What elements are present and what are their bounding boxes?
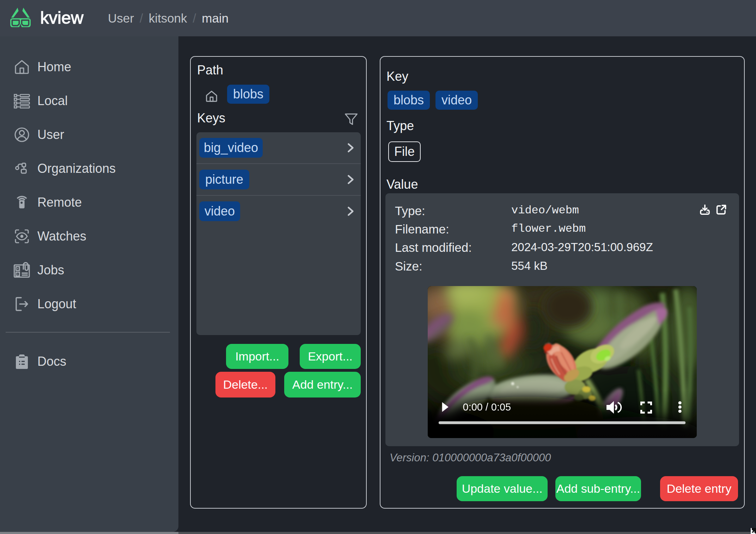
svg-text:0:00 / 0:05: 0:00 / 0:05 <box>463 401 511 413</box>
